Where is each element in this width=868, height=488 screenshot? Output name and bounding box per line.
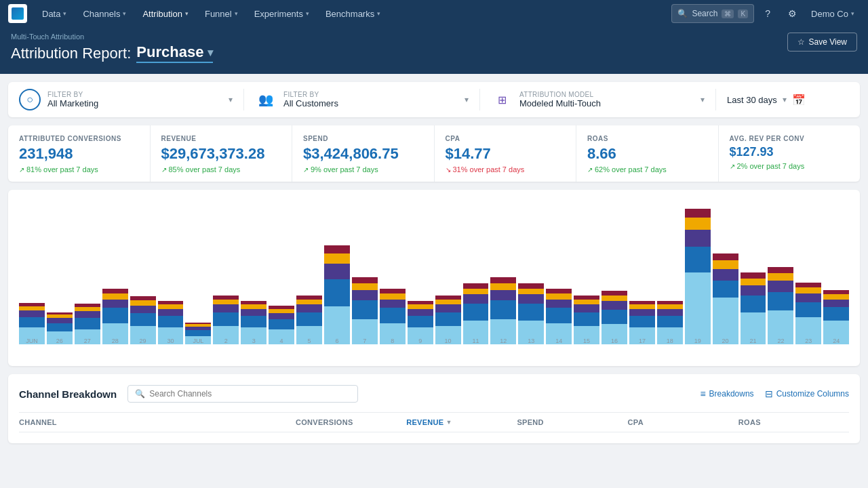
channel-search-icon: 🔍 — [135, 389, 145, 399]
filter-customers-icon: 👥 — [255, 89, 277, 110]
channel-breakdown-section: Channel Breakdown 🔍 ≡ Breakdowns ⊟ Custo… — [8, 374, 860, 443]
bar-group: 11 — [463, 198, 489, 344]
user-menu[interactable]: Demo Co ▾ — [806, 9, 860, 19]
breakdowns-button[interactable]: ≡ Breakdowns — [700, 388, 753, 399]
columns-icon: ⊟ — [765, 388, 773, 399]
nav-data[interactable]: Data ▾ — [35, 0, 73, 27]
channel-header: Channel Breakdown 🔍 ≡ Breakdowns ⊟ Custo… — [19, 385, 849, 403]
metric-spend: SPEND $3,424,806.75 ↗ 9% over past 7 day… — [292, 125, 435, 182]
metric-conversions: ATTRIBUTED CONVERSIONS 231,948 ↗ 81% ove… — [8, 125, 151, 182]
bar-group: 8 — [380, 198, 406, 344]
bar-group: 26 — [47, 198, 73, 344]
nav-experiments[interactable]: Experiments ▾ — [248, 0, 316, 27]
bar-group: 5 — [296, 198, 322, 344]
filter-customers[interactable]: 👥 Filter by All Customers ▾ — [255, 89, 480, 110]
th-spend: Spend — [517, 418, 627, 426]
metrics-row: ATTRIBUTED CONVERSIONS 231,948 ↗ 81% ove… — [8, 125, 860, 182]
search-bar[interactable]: 🔍 Search ⌘ K — [671, 4, 754, 23]
nav-channels-chevron: ▾ — [123, 10, 126, 17]
channel-breakdown-title: Channel Breakdown — [19, 388, 117, 400]
filter-marketing[interactable]: ○ Filter by All Marketing ▾ — [19, 89, 244, 110]
calendar-icon: 📅 — [792, 94, 806, 106]
bar-group: 3 — [241, 198, 267, 344]
date-chevron: ▾ — [783, 95, 787, 104]
date-picker[interactable]: Last 30 days ▾ 📅 — [727, 94, 849, 106]
nav-attribution[interactable]: Attribution ▾ — [136, 0, 195, 27]
metric-spend-change: ↗ 9% over past 7 days — [303, 165, 423, 174]
report-type-selector[interactable]: Purchase ▾ — [136, 43, 213, 63]
page-header: Multi-Touch Attribution Attribution Repo… — [0, 27, 868, 74]
bar-group: 27 — [75, 198, 100, 344]
nav-benchmarks[interactable]: Benchmarks ▾ — [319, 0, 387, 27]
help-button[interactable]: ? — [757, 3, 778, 24]
chart-bars: JUN2627282930JUL234567891011121314151617… — [19, 198, 849, 361]
bar-group: 19 — [685, 198, 711, 344]
save-view-button[interactable]: ☆ Save View — [787, 33, 857, 52]
top-navigation: Data ▾ Channels ▾ Attribution ▾ Funnel ▾… — [0, 0, 868, 27]
bar-group: 30 — [158, 198, 184, 344]
bar-group: 4 — [269, 198, 294, 344]
bar-group: JUL — [185, 198, 211, 344]
nav-benchmarks-chevron: ▾ — [377, 10, 380, 17]
settings-button[interactable]: ⚙ — [781, 3, 803, 24]
bar-group: 18 — [657, 198, 683, 344]
metric-avg-rev: AVG. REV PER CONV $127.93 ↗ 2% over past… — [719, 125, 861, 182]
nav-channels[interactable]: Channels ▾ — [76, 0, 133, 27]
nav-experiments-chevron: ▾ — [306, 10, 309, 17]
filter-attribution-icon: ⊞ — [491, 89, 513, 110]
up-arrow-icon: ↗ — [730, 163, 735, 170]
bar-group: 9 — [408, 198, 433, 344]
metric-revenue-change: ↗ 85% over past 7 days — [161, 165, 281, 174]
search-kbd-cmd: ⌘ — [722, 9, 734, 18]
up-arrow-icon: ↗ — [587, 166, 593, 174]
filter-marketing-icon: ○ — [19, 89, 41, 110]
page-title: Attribution Report: Purchase ▾ — [11, 43, 213, 63]
bar-group: 23 — [795, 198, 821, 344]
filter-customers-chevron: ▾ — [465, 95, 469, 104]
down-arrow-icon: ↘ — [446, 166, 451, 174]
metric-roas: ROAS 8.66 ↗ 62% over past 7 days — [576, 125, 719, 182]
channel-actions: ≡ Breakdowns ⊟ Customize Columns — [700, 388, 849, 399]
bar-group: 24 — [823, 198, 849, 344]
table-header: Channel Conversions Revenue ▼ Spend CPA … — [19, 412, 849, 432]
nav-funnel[interactable]: Funnel ▾ — [198, 0, 245, 27]
th-roas: ROAS — [738, 418, 849, 426]
up-arrow-icon: ↗ — [19, 166, 24, 174]
filter-marketing-chevron: ▾ — [229, 95, 233, 104]
bar-group: 21 — [741, 198, 766, 344]
bar-group: 22 — [768, 198, 793, 344]
metric-conversions-change: ↗ 81% over past 7 days — [19, 165, 139, 174]
bar-group: 2 — [213, 198, 239, 344]
filters-bar: ○ Filter by All Marketing ▾ 👥 Filter by … — [8, 82, 860, 117]
bar-group: 20 — [713, 198, 738, 344]
metric-cpa-change: ↘ 31% over past 7 days — [446, 165, 566, 174]
th-revenue[interactable]: Revenue ▼ — [406, 418, 517, 426]
channel-search-input[interactable] — [149, 389, 351, 399]
bar-group: 14 — [546, 198, 572, 344]
metric-roas-change: ↗ 62% over past 7 days — [587, 165, 707, 174]
revenue-sort-icon: ▼ — [446, 419, 452, 426]
nav-data-chevron: ▾ — [63, 10, 66, 17]
channel-search-box[interactable]: 🔍 — [127, 385, 358, 403]
breadcrumb: Multi-Touch Attribution — [11, 33, 213, 41]
customize-columns-button[interactable]: ⊟ Customize Columns — [765, 388, 849, 399]
bar-group: 7 — [352, 198, 378, 344]
star-icon: ☆ — [797, 37, 805, 47]
breakdowns-icon: ≡ — [700, 388, 705, 399]
app-logo[interactable] — [8, 4, 27, 23]
th-cpa: CPA — [628, 418, 738, 426]
filter-attribution-chevron: ▾ — [701, 95, 705, 104]
up-arrow-icon: ↗ — [303, 166, 309, 174]
nav-attribution-chevron: ▾ — [185, 10, 189, 17]
bar-group: 16 — [601, 198, 627, 344]
bar-group: 17 — [629, 198, 655, 344]
filter-attribution-model[interactable]: ⊞ Attribution Model Modeled Multi-Touch … — [491, 89, 716, 110]
metric-revenue: REVENUE $29,673,373.28 ↗ 85% over past 7… — [151, 125, 293, 182]
bar-group: 15 — [574, 198, 599, 344]
revenue-chart: JUN2627282930JUL234567891011121314151617… — [8, 190, 860, 366]
nav-funnel-chevron: ▾ — [235, 10, 238, 17]
search-icon: 🔍 — [677, 9, 688, 18]
th-conversions: Conversions — [296, 418, 406, 426]
search-kbd-k: K — [738, 9, 748, 18]
bar-group: 29 — [130, 198, 156, 344]
